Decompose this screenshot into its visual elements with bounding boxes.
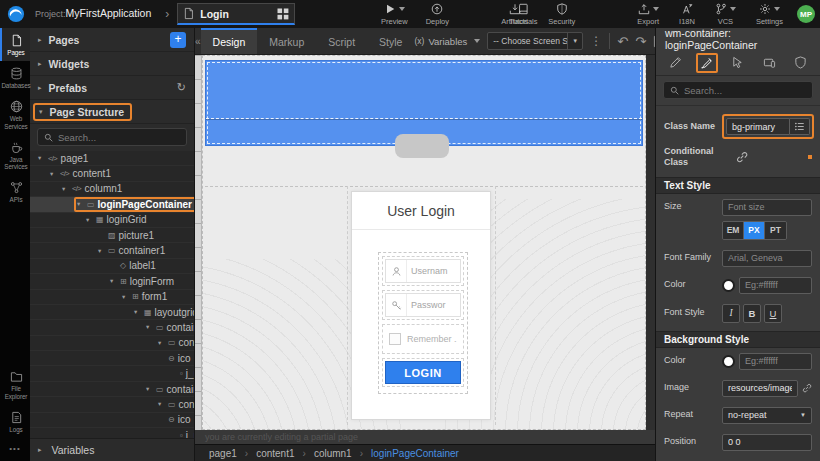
background-color-input[interactable] — [739, 353, 812, 370]
unit-pt-button[interactable]: PT — [765, 222, 786, 239]
bind-link-icon[interactable] — [802, 382, 812, 394]
login-card[interactable]: User Login — [351, 191, 491, 420]
security-tab-shield-icon[interactable] — [789, 53, 811, 73]
tree-node-layoutgrid2[interactable]: ▾ ▦ layoutgrid2 — [30, 305, 194, 320]
class-list-icon[interactable] — [790, 118, 810, 135]
tree-node-ico[interactable]: ⊖ ico — [30, 413, 194, 428]
username-input[interactable] — [407, 260, 460, 282]
expand-arrow-icon[interactable]: ▾ — [158, 339, 168, 347]
rail-item-pages[interactable]: Pages — [0, 28, 30, 61]
italic-button[interactable]: I — [722, 304, 740, 323]
expand-arrow-icon[interactable]: ▾ — [134, 308, 144, 316]
add-page-button[interactable]: + — [170, 32, 186, 48]
screen-size-select[interactable]: -- Choose Screen Size -- ▼ — [487, 32, 583, 50]
font-size-input[interactable] — [722, 199, 812, 216]
login-button[interactable]: LOGIN — [385, 361, 461, 384]
panel-section-page-structure[interactable]: ▾Page Structure — [30, 100, 194, 124]
settings-button[interactable]: Settings — [747, 0, 792, 28]
more-options-icon[interactable]: ⋮ — [590, 34, 602, 48]
expand-arrow-icon[interactable]: ▾ — [98, 247, 108, 255]
tree-search-input[interactable] — [58, 132, 180, 143]
expand-arrow-icon[interactable]: ▾ — [62, 185, 72, 193]
rail-item-logs[interactable]: Logs — [0, 405, 30, 438]
design-canvas[interactable]: User Login — [202, 55, 646, 430]
text-style-section-header[interactable]: Text Style — [656, 177, 820, 194]
tree-node-page1[interactable]: ▾ </> page1 — [30, 151, 194, 166]
rail-item-file-explorer[interactable]: File Explorer — [0, 364, 30, 404]
tab-style[interactable]: Style — [367, 28, 414, 54]
panel-section-prefabs[interactable]: ▸Prefabs ↻ — [30, 76, 194, 100]
deploy-button[interactable]: Deploy — [417, 0, 458, 28]
styles-tab-brush-icon[interactable] — [696, 53, 718, 73]
rail-item-web-services[interactable]: Web Services — [0, 94, 30, 134]
tree-node-loginGrid[interactable]: ▾ ▦ loginGrid — [30, 213, 194, 228]
expand-arrow-icon[interactable]: ▾ — [146, 323, 156, 331]
expand-arrow-icon[interactable]: ▾ — [86, 216, 96, 224]
tab-script[interactable]: Script — [316, 28, 367, 54]
picture-placeholder[interactable] — [395, 134, 449, 158]
tree-node-contain[interactable]: ▾ ▭ contain — [30, 382, 194, 397]
expand-arrow-icon[interactable]: ▾ — [38, 154, 48, 162]
rail-item-apis[interactable]: APIs — [0, 175, 30, 208]
devices-tab-icon[interactable] — [758, 53, 780, 73]
remember-me-group[interactable]: Remember ... — [382, 324, 464, 354]
color-swatch[interactable] — [722, 355, 735, 368]
expand-arrow-icon[interactable]: ▾ — [77, 200, 87, 208]
inspector-search-input[interactable] — [684, 85, 806, 96]
tree-node-content1[interactable]: ▾ </> content1 — [30, 166, 194, 181]
inspector-search-box[interactable] — [663, 81, 813, 99]
panel-section-widgets[interactable]: ▸Widgets — [30, 52, 194, 76]
more-rail-items-icon[interactable]: ••• — [0, 438, 30, 461]
tree-node-ico[interactable]: ⊖ ico — [30, 351, 194, 366]
properties-tab-pencil-icon[interactable] — [665, 53, 687, 73]
color-swatch[interactable] — [722, 279, 735, 292]
page-tab-login[interactable]: Login — [177, 3, 295, 25]
breadcrumb-item-page1[interactable]: page1 — [209, 448, 237, 459]
variables-button[interactable]: (x) Variables — [414, 36, 480, 47]
tab-design[interactable]: Design — [201, 28, 258, 54]
expand-arrow-icon[interactable]: ▾ — [146, 385, 156, 393]
events-tab-cursor-icon[interactable] — [727, 53, 749, 73]
security-button[interactable]: Security — [539, 0, 584, 28]
apps-grid-icon[interactable] — [277, 8, 289, 20]
breadcrumb-item-column1[interactable]: column1 — [314, 448, 352, 459]
tree-node-loginForm[interactable]: ▾ ⊞ loginForm — [30, 274, 194, 289]
tree-node-con[interactable]: ▾ ▭ con — [30, 336, 194, 351]
unit-em-button[interactable]: EM — [723, 222, 744, 239]
tree-node-column1[interactable]: ▾ </> column1 — [30, 182, 194, 197]
undo-icon[interactable]: ↶ — [617, 35, 628, 48]
refresh-icon[interactable]: ↻ — [177, 81, 186, 94]
tree-node-container1[interactable]: ▾ ▭ container1 — [30, 243, 194, 258]
remember-checkbox[interactable] — [389, 333, 401, 345]
bold-button[interactable]: B — [743, 304, 761, 323]
breadcrumb-item-loginPageContainer[interactable]: loginPageContainer — [371, 448, 459, 459]
unit-px-button[interactable]: PX — [744, 222, 765, 239]
rail-item-java-services[interactable]: Java Services — [0, 135, 30, 175]
breadcrumb-item-content1[interactable]: content1 — [256, 448, 294, 459]
background-style-section-header[interactable]: Background Style — [656, 331, 820, 348]
tree-node-con[interactable]: ▾ ▭ con — [30, 397, 194, 412]
vcs-button[interactable]: VCS — [706, 0, 745, 28]
redo-icon[interactable]: ↷ — [635, 35, 646, 48]
tree-node-contain[interactable]: ▾ ▭ contain — [30, 320, 194, 335]
expand-arrow-icon[interactable]: ▾ — [110, 277, 120, 285]
export-button[interactable]: Export — [628, 0, 668, 28]
preview-button[interactable]: Preview — [372, 0, 417, 28]
expand-arrow-icon[interactable]: ▾ — [158, 400, 168, 408]
bind-link-icon[interactable] — [736, 151, 748, 163]
tree-search-box[interactable] — [37, 128, 187, 146]
password-input[interactable] — [407, 294, 460, 316]
avatar[interactable]: MP — [797, 5, 815, 23]
expand-arrow-icon[interactable]: ▾ — [122, 293, 132, 301]
i18n-button[interactable]: I18N — [670, 0, 704, 28]
tree-node-picture1[interactable]: ▨ picture1 — [30, 228, 194, 243]
panel-section-pages[interactable]: ▸Pages + — [30, 28, 194, 52]
text-color-input[interactable] — [739, 277, 812, 294]
class-name-input[interactable] — [726, 118, 790, 135]
tab-markup[interactable]: Markup — [257, 28, 316, 54]
tree-node-loginPageContainer[interactable]: ▾ ▭ loginPageContainer — [30, 197, 194, 212]
expand-arrow-icon[interactable]: ▾ — [50, 170, 60, 178]
tree-node-j_us[interactable]: ▫ j_us — [30, 366, 194, 381]
background-image-input[interactable] — [722, 380, 798, 397]
tree-node-j_pa[interactable]: ▫ j_pa — [30, 428, 194, 438]
